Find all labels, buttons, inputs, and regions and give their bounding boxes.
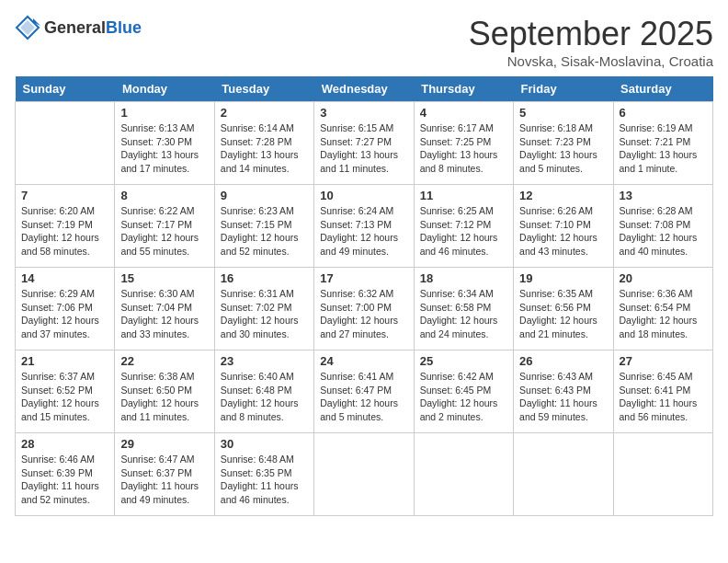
calendar-cell: 18Sunrise: 6:34 AMSunset: 6:58 PMDayligh… [414, 268, 513, 350]
info-line: Sunset: 7:25 PM [420, 136, 492, 147]
cell-info: Sunrise: 6:48 AMSunset: 6:35 PMDaylight:… [221, 453, 308, 507]
cell-info: Sunrise: 6:25 AMSunset: 7:12 PMDaylight:… [420, 204, 507, 259]
date-number: 4 [420, 106, 507, 120]
calendar-cell: 17Sunrise: 6:32 AMSunset: 7:00 PMDayligh… [314, 268, 414, 350]
info-line: Sunrise: 6:25 AM [420, 205, 494, 216]
info-line: Sunset: 6:52 PM [21, 385, 93, 396]
logo-icon [15, 15, 40, 40]
logo-text-blue: Blue [106, 18, 142, 38]
cell-info: Sunrise: 6:37 AMSunset: 6:52 PMDaylight:… [21, 370, 108, 424]
info-line: and 59 minutes. [519, 411, 588, 422]
info-line: and 17 minutes. [120, 163, 189, 174]
date-number: 24 [320, 354, 407, 368]
calendar-cell: 16Sunrise: 6:31 AMSunset: 7:02 PMDayligh… [214, 268, 313, 350]
info-line: Sunrise: 6:34 AM [420, 288, 494, 299]
info-line: Daylight: 13 hours [420, 149, 498, 160]
calendar-cell: 3Sunrise: 6:15 AMSunset: 7:27 PMDaylight… [314, 102, 414, 185]
day-header-tuesday: Tuesday [214, 76, 313, 102]
page-header: General Blue September 2025 Novska, Sisa… [15, 15, 713, 69]
info-line: Sunrise: 6:22 AM [120, 205, 194, 216]
info-line: Sunrise: 6:28 AM [620, 205, 693, 216]
info-line: Sunset: 7:00 PM [320, 302, 392, 313]
day-header-sunday: Sunday [16, 76, 115, 102]
info-line: Sunset: 6:45 PM [420, 385, 492, 396]
info-line: Daylight: 11 hours [21, 480, 99, 491]
info-line: Sunset: 7:06 PM [21, 302, 93, 313]
info-line: Sunset: 6:35 PM [221, 467, 292, 478]
info-line: and 15 minutes. [21, 411, 90, 422]
calendar-cell: 22Sunrise: 6:38 AMSunset: 6:50 PMDayligh… [115, 350, 214, 433]
date-number: 29 [120, 437, 208, 451]
info-line: Sunrise: 6:13 AM [120, 122, 194, 133]
cell-info: Sunrise: 6:20 AMSunset: 7:19 PMDaylight:… [21, 204, 108, 259]
date-number: 22 [120, 354, 208, 368]
info-line: and 55 minutes. [120, 246, 189, 257]
cell-info: Sunrise: 6:42 AMSunset: 6:45 PMDaylight:… [420, 370, 507, 424]
info-line: Daylight: 12 hours [120, 397, 199, 408]
calendar-cell: 20Sunrise: 6:36 AMSunset: 6:54 PMDayligh… [613, 268, 712, 350]
week-row-5: 28Sunrise: 6:46 AMSunset: 6:39 PMDayligh… [16, 433, 713, 516]
day-header-thursday: Thursday [414, 76, 513, 102]
calendar-cell: 23Sunrise: 6:40 AMSunset: 6:48 PMDayligh… [214, 350, 313, 433]
info-line: Sunrise: 6:23 AM [221, 205, 294, 216]
info-line: Sunset: 7:27 PM [320, 136, 392, 147]
date-number: 17 [320, 271, 407, 285]
cell-info: Sunrise: 6:46 AMSunset: 6:39 PMDaylight:… [21, 453, 108, 507]
calendar-cell [514, 433, 613, 516]
info-line: Daylight: 11 hours [120, 480, 199, 491]
info-line: Daylight: 12 hours [221, 315, 299, 326]
calendar-cell: 6Sunrise: 6:19 AMSunset: 7:21 PMDaylight… [613, 102, 712, 185]
calendar-cell: 28Sunrise: 6:46 AMSunset: 6:39 PMDayligh… [16, 433, 115, 516]
info-line: Daylight: 13 hours [320, 149, 398, 160]
location-subtitle: Novska, Sisak-Moslavina, Croatia [469, 53, 713, 69]
date-number: 15 [120, 271, 208, 285]
info-line: Sunset: 7:21 PM [620, 136, 691, 147]
cell-info: Sunrise: 6:29 AMSunset: 7:06 PMDaylight:… [21, 287, 108, 341]
info-line: and 1 minute. [620, 163, 678, 174]
info-line: Sunset: 6:54 PM [620, 302, 691, 313]
info-line: and 21 minutes. [519, 328, 588, 339]
info-line: Sunset: 7:02 PM [221, 302, 292, 313]
info-line: Sunset: 6:43 PM [519, 385, 591, 396]
info-line: and 33 minutes. [120, 328, 189, 339]
calendar-cell: 15Sunrise: 6:30 AMSunset: 7:04 PMDayligh… [115, 268, 214, 350]
calendar-cell: 30Sunrise: 6:48 AMSunset: 6:35 PMDayligh… [214, 433, 313, 516]
date-number: 25 [420, 354, 507, 368]
info-line: and 56 minutes. [620, 411, 688, 422]
info-line: and 52 minutes. [221, 246, 290, 257]
date-number: 8 [120, 189, 208, 202]
date-number: 21 [21, 354, 108, 368]
info-line: Sunset: 6:56 PM [519, 302, 591, 313]
calendar-cell: 27Sunrise: 6:45 AMSunset: 6:41 PMDayligh… [613, 350, 712, 433]
info-line: Daylight: 12 hours [320, 232, 398, 243]
info-line: and 49 minutes. [120, 494, 189, 505]
info-line: and 46 minutes. [221, 494, 290, 505]
info-line: Sunrise: 6:18 AM [519, 122, 593, 133]
info-line: and 24 minutes. [420, 328, 489, 339]
info-line: Sunset: 7:30 PM [120, 136, 192, 147]
logo: General Blue [15, 15, 142, 40]
info-line: Sunset: 7:17 PM [120, 219, 192, 230]
cell-info: Sunrise: 6:31 AMSunset: 7:02 PMDaylight:… [221, 287, 308, 341]
info-line: Sunset: 6:47 PM [320, 385, 392, 396]
date-number: 9 [221, 189, 308, 202]
calendar-cell [16, 102, 115, 185]
info-line: Daylight: 11 hours [221, 480, 299, 491]
cell-info: Sunrise: 6:22 AMSunset: 7:17 PMDaylight:… [120, 204, 208, 259]
cell-info: Sunrise: 6:26 AMSunset: 7:10 PMDaylight:… [519, 204, 607, 259]
date-number: 23 [221, 354, 308, 368]
calendar-cell: 8Sunrise: 6:22 AMSunset: 7:17 PMDaylight… [115, 185, 214, 268]
info-line: Sunrise: 6:42 AM [420, 371, 494, 382]
info-line: Sunset: 6:50 PM [120, 385, 192, 396]
cell-info: Sunrise: 6:18 AMSunset: 7:23 PMDaylight:… [519, 121, 607, 176]
info-line: Daylight: 13 hours [221, 149, 299, 160]
calendar-cell: 1Sunrise: 6:13 AMSunset: 7:30 PMDaylight… [115, 102, 214, 185]
info-line: Daylight: 13 hours [120, 149, 199, 160]
info-line: and 37 minutes. [21, 328, 90, 339]
info-line: Daylight: 12 hours [21, 397, 99, 408]
info-line: and 46 minutes. [420, 246, 489, 257]
cell-info: Sunrise: 6:47 AMSunset: 6:37 PMDaylight:… [120, 453, 208, 507]
info-line: Daylight: 12 hours [420, 232, 498, 243]
calendar-cell: 11Sunrise: 6:25 AMSunset: 7:12 PMDayligh… [414, 185, 513, 268]
info-line: Sunrise: 6:38 AM [120, 371, 194, 382]
